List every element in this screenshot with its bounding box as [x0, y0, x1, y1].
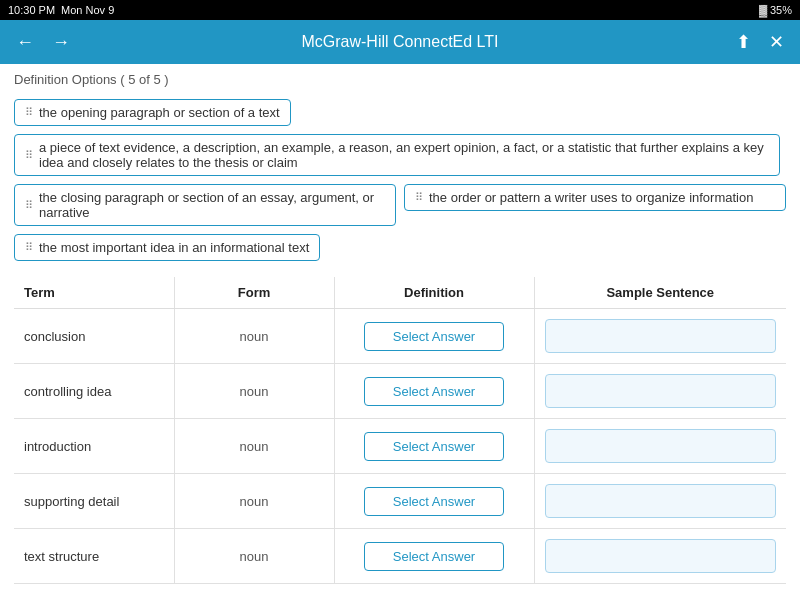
sample-sentence-cell: [534, 474, 786, 529]
select-answer-button[interactable]: Select Answer: [364, 432, 504, 461]
select-answer-button[interactable]: Select Answer: [364, 487, 504, 516]
option-item-4[interactable]: ⠿ the order or pattern a writer uses to …: [404, 184, 786, 211]
definition-cell: Select Answer: [334, 419, 534, 474]
definition-cell: Select Answer: [334, 474, 534, 529]
sample-sentence-box[interactable]: [545, 484, 777, 518]
status-right: ▓ 35%: [759, 4, 792, 16]
select-answer-button[interactable]: Select Answer: [364, 322, 504, 351]
drag-handle-icon-4: ⠿: [415, 192, 423, 203]
form-cell: noun: [174, 419, 334, 474]
header: ← → McGraw-Hill ConnectEd LTI ⬆ ✕: [0, 20, 800, 64]
header-title: McGraw-Hill ConnectEd LTI: [92, 33, 708, 51]
option-item-1[interactable]: ⠿ the opening paragraph or section of a …: [14, 99, 291, 126]
option-text-5: the most important idea in an informatio…: [39, 240, 309, 255]
sample-sentence-box[interactable]: [545, 539, 777, 573]
status-date: Mon Nov 9: [61, 4, 114, 16]
option-text-3: the closing paragraph or section of an e…: [39, 190, 385, 220]
sample-sentence-box[interactable]: [545, 374, 777, 408]
drag-handle-icon-3: ⠿: [25, 200, 33, 211]
forward-button[interactable]: →: [48, 28, 74, 57]
term-cell: text structure: [14, 529, 174, 584]
table-row: supporting detailnounSelect Answer: [14, 474, 786, 529]
form-cell: noun: [174, 309, 334, 364]
close-button[interactable]: ✕: [765, 27, 788, 57]
header-right: ⬆ ✕: [708, 27, 788, 57]
sample-sentence-box[interactable]: [545, 319, 777, 353]
drag-handle-icon-5: ⠿: [25, 242, 33, 253]
table-row: controlling ideanounSelect Answer: [14, 364, 786, 419]
drag-handle-icon-2: ⠿: [25, 150, 33, 161]
form-cell: noun: [174, 364, 334, 419]
definition-cell: Select Answer: [334, 364, 534, 419]
option-text-4: the order or pattern a writer uses to or…: [429, 190, 753, 205]
table-header-row: Term Form Definition Sample Sentence: [14, 277, 786, 309]
term-cell: supporting detail: [14, 474, 174, 529]
option-text-2: a piece of text evidence, a description,…: [39, 140, 769, 170]
battery-icon: ▓ 35%: [759, 4, 792, 16]
term-cell: conclusion: [14, 309, 174, 364]
form-cell: noun: [174, 474, 334, 529]
sample-sentence-cell: [534, 364, 786, 419]
header-left: ← →: [12, 28, 92, 57]
select-answer-button[interactable]: Select Answer: [364, 542, 504, 571]
option-item-5[interactable]: ⠿ the most important idea in an informat…: [14, 234, 320, 261]
options-area: ⠿ the opening paragraph or section of a …: [14, 95, 786, 265]
col-header-term: Term: [14, 277, 174, 309]
sample-sentence-cell: [534, 309, 786, 364]
status-left: 10:30 PM Mon Nov 9: [8, 4, 114, 16]
sample-sentence-cell: [534, 419, 786, 474]
table-row: conclusionnounSelect Answer: [14, 309, 786, 364]
col-header-definition: Definition: [334, 277, 534, 309]
main-content: Definition Options ( 5 of 5 ) ⠿ the open…: [0, 64, 800, 601]
sample-sentence-box[interactable]: [545, 429, 777, 463]
table-row: introductionnounSelect Answer: [14, 419, 786, 474]
option-item-3[interactable]: ⠿ the closing paragraph or section of an…: [14, 184, 396, 226]
form-cell: noun: [174, 529, 334, 584]
option-item-2[interactable]: ⠿ a piece of text evidence, a descriptio…: [14, 134, 780, 176]
option-text-1: the opening paragraph or section of a te…: [39, 105, 280, 120]
definition-cell: Select Answer: [334, 529, 534, 584]
definition-cell: Select Answer: [334, 309, 534, 364]
term-cell: controlling idea: [14, 364, 174, 419]
share-button[interactable]: ⬆: [732, 27, 755, 57]
status-bar: 10:30 PM Mon Nov 9 ▓ 35%: [0, 0, 800, 20]
vocab-table: Term Form Definition Sample Sentence con…: [14, 277, 786, 584]
drag-handle-icon: ⠿: [25, 107, 33, 118]
select-answer-button[interactable]: Select Answer: [364, 377, 504, 406]
sample-sentence-cell: [534, 529, 786, 584]
col-header-form: Form: [174, 277, 334, 309]
table-row: text structurenounSelect Answer: [14, 529, 786, 584]
term-cell: introduction: [14, 419, 174, 474]
back-button[interactable]: ←: [12, 28, 38, 57]
definition-options-label: Definition Options ( 5 of 5 ): [14, 72, 786, 87]
status-time: 10:30 PM: [8, 4, 55, 16]
col-header-sample: Sample Sentence: [534, 277, 786, 309]
